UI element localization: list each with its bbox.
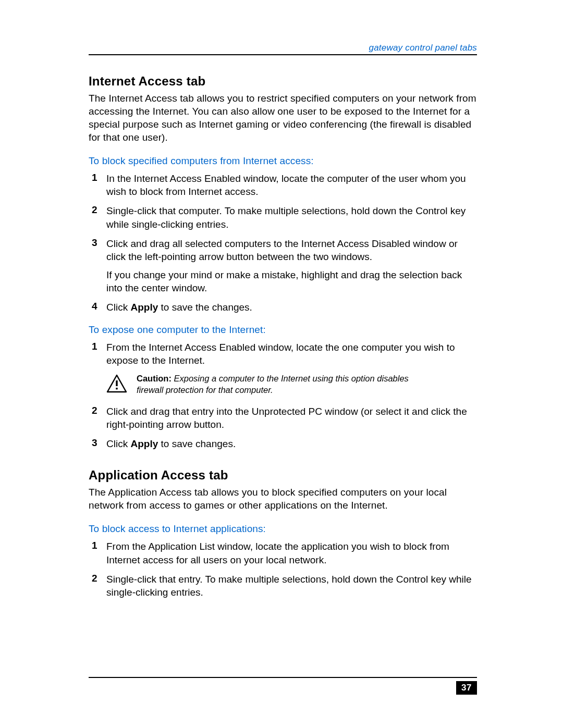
- step-text-line: Click and drag that entry into the Unpro…: [106, 405, 477, 431]
- section-heading-application-access: Application Access tab: [89, 468, 477, 483]
- step-list: 1 From the Internet Access Enabled windo…: [89, 341, 477, 450]
- step-item: 1 From the Internet Access Enabled windo…: [89, 341, 477, 367]
- top-rule: [89, 54, 477, 55]
- step-number: 3: [89, 437, 106, 449]
- step-number: 2: [89, 573, 106, 584]
- footer: 37: [89, 674, 477, 695]
- running-head: gateway control panel tabs: [89, 43, 477, 53]
- caution-label: Caution:: [137, 374, 172, 383]
- subheading-block-applications: To block access to Internet applications…: [89, 523, 477, 535]
- step-text-line: Click Apply to save the changes.: [106, 301, 477, 314]
- caution-icon: [106, 374, 129, 395]
- step-text-line: From the Application List window, locate…: [106, 540, 477, 566]
- intro-paragraph: The Application Access tab allows you to…: [89, 486, 477, 512]
- step-number: 4: [89, 301, 106, 312]
- step-text: Click Apply to save changes.: [106, 437, 477, 450]
- step-text: Click and drag that entry into the Unpro…: [106, 405, 477, 431]
- step-item: 3 Click Apply to save changes.: [89, 437, 477, 450]
- step-item: 3 Click and drag all selected computers …: [89, 237, 477, 294]
- step-item: 1 In the Internet Access Enabled window,…: [89, 172, 477, 198]
- svg-rect-1: [116, 380, 117, 386]
- text-fragment: to save changes.: [158, 438, 236, 449]
- step-text: Click and drag all selected computers to…: [106, 237, 477, 294]
- subheading-block-computers: To block specified computers from Intern…: [89, 155, 477, 167]
- step-text-line: Click Apply to save changes.: [106, 437, 477, 450]
- bottom-rule: [89, 677, 477, 678]
- step-item: 2 Single-click that entry. To make multi…: [89, 573, 477, 599]
- caution-block: Caution: Exposing a computer to the Inte…: [106, 373, 477, 396]
- step-text: Single-click that entry. To make multipl…: [106, 573, 477, 599]
- text-fragment: Click: [106, 438, 130, 449]
- step-text: In the Internet Access Enabled window, l…: [106, 172, 477, 198]
- caution-text: Caution: Exposing a computer to the Inte…: [137, 373, 477, 396]
- subheading-expose-computer: To expose one computer to the Internet:: [89, 324, 477, 336]
- step-item: 2 Single-click that computer. To make mu…: [89, 204, 477, 230]
- step-text-line: If you change your mind or make a mistak…: [106, 268, 477, 294]
- text-fragment: Click: [106, 302, 130, 313]
- text-bold-apply: Apply: [130, 438, 158, 449]
- step-number: 3: [89, 237, 106, 249]
- page: gateway control panel tabs Internet Acce…: [0, 0, 563, 728]
- step-number: 2: [89, 405, 106, 416]
- step-list: 1 In the Internet Access Enabled window,…: [89, 172, 477, 314]
- text-bold-apply: Apply: [130, 302, 158, 313]
- step-text: Single-click that computer. To make mult…: [106, 204, 477, 230]
- step-item: 2 Click and drag that entry into the Unp…: [89, 405, 477, 431]
- intro-paragraph: The Internet Access tab allows you to re…: [89, 92, 477, 144]
- section-heading-internet-access: Internet Access tab: [89, 74, 477, 89]
- step-number: 1: [89, 540, 106, 551]
- step-text-line: In the Internet Access Enabled window, l…: [106, 172, 477, 198]
- step-item: 1 From the Application List window, loca…: [89, 540, 477, 566]
- page-number: 37: [456, 681, 477, 695]
- step-text: From the Internet Access Enabled window,…: [106, 341, 477, 367]
- step-text: Click Apply to save the changes.: [106, 301, 477, 314]
- step-text-line: Single-click that computer. To make mult…: [106, 204, 477, 230]
- caution-body: Exposing a computer to the Internet usin…: [137, 374, 409, 394]
- step-item: 4 Click Apply to save the changes.: [89, 301, 477, 314]
- step-text-line: Click and drag all selected computers to…: [106, 237, 477, 263]
- step-number: 2: [89, 204, 106, 216]
- step-number: 1: [89, 172, 106, 183]
- step-text: From the Application List window, locate…: [106, 540, 477, 566]
- text-fragment: to save the changes.: [158, 302, 252, 313]
- step-text-line: Single-click that entry. To make multipl…: [106, 573, 477, 599]
- step-text-line: From the Internet Access Enabled window,…: [106, 341, 477, 367]
- step-number: 1: [89, 341, 106, 352]
- step-list: 1 From the Application List window, loca…: [89, 540, 477, 598]
- svg-rect-2: [116, 388, 117, 389]
